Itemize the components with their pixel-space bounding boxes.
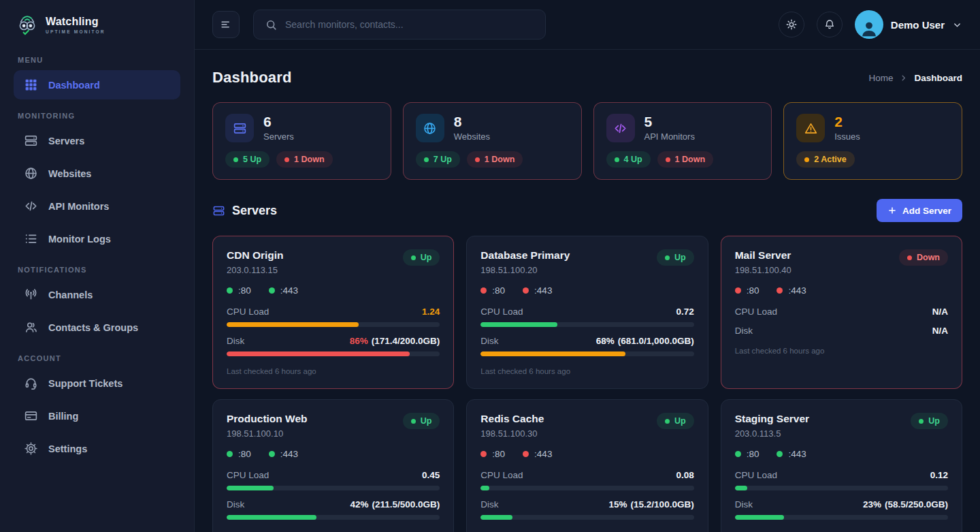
server-ip: 198.51.100.20 (480, 265, 570, 275)
warning-icon (804, 121, 818, 136)
port-list: :80:443 (735, 285, 948, 296)
broadcast-icon (24, 287, 38, 302)
server-card-database-primary[interactable]: Database Primary 198.51.100.20 Up :80:44… (466, 236, 708, 389)
sidebar-toggle-button[interactable] (212, 11, 240, 38)
gear-icon (24, 441, 38, 456)
search-icon (265, 18, 278, 31)
status-badge: 1 Down (276, 151, 332, 168)
search-input[interactable] (285, 19, 534, 30)
sidebar-item-settings[interactable]: Settings (14, 434, 180, 463)
cpu-metric: CPU Load0.08 (480, 470, 693, 490)
code-icon (613, 121, 627, 136)
server-ip: 198.51.100.40 (735, 265, 791, 275)
nav-section-title: MONITORING (18, 112, 176, 120)
notifications-button[interactable] (817, 12, 843, 37)
page-title: Dashboard (212, 69, 292, 87)
cpu-bar (480, 322, 693, 327)
status-badge: 1 Down (657, 151, 713, 168)
stat-card-issues[interactable]: 2 Issues 2 Active (783, 102, 962, 180)
topbar: Demo User (195, 0, 980, 50)
sidebar-item-websites[interactable]: Websites (14, 159, 180, 188)
server-card-redis-cache[interactable]: Redis Cache 198.51.100.30 Up :80:443 CPU… (466, 399, 708, 532)
server-card-cdn-origin[interactable]: CDN Origin 203.0.113.15 Up :80:443 CPU L… (212, 236, 454, 389)
sun-icon (785, 18, 798, 31)
user-name: Demo User (891, 19, 945, 31)
stat-card-servers[interactable]: 6 Servers 5 Up1 Down (212, 102, 391, 180)
user-menu[interactable]: Demo User (855, 10, 962, 39)
sidebar-item-support-tickets[interactable]: Support Tickets (14, 369, 180, 398)
sidebar-item-monitor-logs[interactable]: Monitor Logs (14, 224, 180, 253)
card-icon (24, 409, 38, 423)
nav-section-title: NOTIFICATIONS (18, 266, 176, 274)
stat-value: 2 (834, 114, 860, 129)
cpu-bar (480, 486, 693, 490)
server-status-badge: Down (899, 249, 948, 266)
server-icon (233, 121, 247, 136)
sidebar-item-billing[interactable]: Billing (14, 401, 180, 431)
add-server-button[interactable]: Add Server (877, 199, 962, 222)
last-checked: Last checked 6 hours ago (735, 347, 948, 355)
server-grid: CDN Origin 203.0.113.15 Up :80:443 CPU L… (212, 236, 962, 532)
disk-bar (227, 515, 440, 520)
status-badge: 4 Up (606, 151, 651, 168)
server-name: CDN Origin (227, 249, 284, 262)
stat-label: Websites (454, 131, 490, 142)
port-list: :80:443 (480, 449, 693, 459)
globe-icon (423, 121, 437, 136)
users-icon (24, 320, 38, 334)
list-icon (24, 232, 38, 246)
server-card-mail-server[interactable]: Mail Server 198.51.100.40 Down :80:443 C… (721, 236, 962, 389)
disk-bar (735, 515, 948, 520)
server-name: Database Primary (480, 249, 570, 262)
stat-card-websites[interactable]: 8 Websites 7 Up1 Down (403, 102, 582, 180)
code-icon (24, 199, 38, 213)
disk-bar (227, 351, 440, 356)
cpu-metric: CPU Load0.12 (735, 470, 948, 490)
server-card-staging-server[interactable]: Staging Server 203.0.113.5 Up :80:443 CP… (721, 399, 962, 532)
port-status: :443 (269, 449, 298, 459)
globe-icon (24, 166, 38, 181)
stat-label: Servers (263, 131, 294, 142)
server-ip: 198.51.100.10 (227, 428, 308, 439)
port-status: :80 (480, 449, 505, 459)
brand-logo[interactable]: Watchling UPTIME MONITOR (14, 10, 180, 44)
sidebar-item-dashboard[interactable]: Dashboard (14, 70, 180, 99)
disk-metric: Disk23%(58.5/250.0GB) (735, 499, 948, 520)
cpu-bar (227, 486, 440, 490)
server-ip: 203.0.113.15 (227, 265, 284, 275)
server-name: Mail Server (735, 249, 791, 262)
breadcrumb-home[interactable]: Home (868, 73, 893, 83)
port-list: :80:443 (480, 285, 693, 296)
server-status-badge: Up (657, 249, 694, 266)
port-status: :443 (523, 285, 552, 296)
server-name: Staging Server (735, 413, 809, 425)
stat-card-api-monitors[interactable]: 5 API Monitors 4 Up1 Down (593, 102, 772, 180)
cpu-metric: CPU Load0.72 (480, 307, 693, 327)
brand-name: Watchling (46, 16, 105, 28)
server-ip: 198.51.100.30 (480, 428, 544, 439)
server-status-badge: Up (911, 413, 948, 429)
disk-metric: Disk42%(211.5/500.0GB) (227, 499, 440, 520)
port-status: :80 (227, 285, 251, 296)
server-ip: 203.0.113.5 (735, 428, 809, 439)
sidebar-item-servers[interactable]: Servers (14, 126, 180, 155)
stat-label: API Monitors (644, 131, 695, 142)
search-box (253, 10, 546, 40)
sidebar-item-api-monitors[interactable]: API Monitors (14, 191, 180, 221)
port-status: :80 (735, 449, 760, 459)
port-list: :80:443 (735, 449, 948, 459)
theme-toggle-button[interactable] (779, 12, 804, 37)
stat-label: Issues (834, 131, 860, 142)
sidebar-item-channels[interactable]: Channels (14, 280, 180, 309)
sidebar-nav: MENU Dashboard MONITORING Servers Websit… (14, 56, 180, 463)
status-badge: 1 Down (467, 151, 523, 168)
nav-section-title: ACCOUNT (18, 354, 176, 362)
cpu-metric: CPU Load1.24 (227, 307, 440, 327)
sidebar-item-contacts-groups[interactable]: Contacts & Groups (14, 313, 180, 342)
server-card-production-web[interactable]: Production Web 198.51.100.10 Up :80:443 … (212, 399, 454, 532)
owl-logo-icon (15, 12, 39, 37)
disk-metric: Disk68%(681.0/1,000.0GB) (480, 336, 693, 356)
server-status-badge: Up (403, 413, 440, 429)
cpu-bar (227, 322, 440, 327)
port-list: :80:443 (227, 285, 440, 296)
